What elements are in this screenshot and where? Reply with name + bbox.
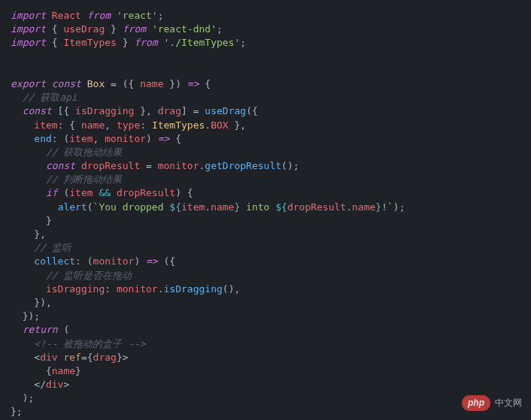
jsx-gt: >: [63, 379, 69, 390]
string: into: [240, 201, 275, 213]
punct: ): [146, 133, 158, 144]
jsx-gt: >: [123, 352, 129, 363]
string: 'react': [117, 10, 158, 21]
punct: }: [75, 365, 81, 376]
comment: // 监听是否在拖动: [46, 270, 132, 281]
punct: ;: [158, 10, 164, 21]
punct: ,: [93, 133, 105, 144]
punct: {: [87, 352, 93, 363]
punct: ] =: [181, 105, 205, 116]
prop-fn: collect: [34, 255, 75, 267]
punct: }: [117, 352, 123, 363]
kw-from: from: [87, 10, 111, 21]
punct: (),: [223, 283, 240, 295]
arrow: =>: [187, 78, 199, 89]
fn-call: getDropResult: [205, 160, 281, 171]
ident: monitor: [158, 160, 199, 171]
kw-from: from: [134, 37, 157, 48]
punct: }),: [34, 297, 51, 308]
punct: );: [393, 201, 405, 213]
punct: },: [134, 105, 157, 116]
kw-import: import: [11, 23, 46, 35]
ident: drag: [93, 352, 117, 363]
punct: ) {: [175, 187, 193, 198]
ident: item: [69, 187, 93, 198]
ident: drag: [158, 105, 181, 116]
punct: {: [52, 37, 64, 48]
punct: : (: [52, 133, 69, 144]
punct: {: [199, 78, 211, 89]
ident: dropResult: [117, 187, 175, 198]
fn-call: alert: [58, 201, 87, 213]
ident: ItemTypes: [63, 37, 116, 48]
kw-export: export: [11, 78, 46, 89]
punct: (: [87, 201, 93, 213]
comment: // 获取api: [23, 92, 77, 103]
punct: {: [52, 23, 64, 35]
string: !`: [381, 201, 393, 213]
jsx-tag: div: [40, 352, 57, 363]
kw-const: const: [23, 105, 52, 116]
type: Box: [87, 78, 105, 89]
punct: }: [117, 37, 129, 48]
punct: ({: [246, 105, 258, 116]
jsx-attr: ref: [63, 352, 80, 363]
comment: <!-- 被拖动的盒子 -->: [34, 338, 145, 349]
punct: );: [23, 392, 35, 403]
punct: }: [46, 215, 52, 226]
prop: name: [352, 201, 375, 213]
prop: item: [34, 119, 57, 131]
operator: &&: [93, 187, 117, 198]
comment: // 获取拖动结果: [46, 147, 122, 158]
punct: ();: [281, 160, 299, 171]
punct: [{: [52, 105, 75, 116]
ident: name: [52, 365, 75, 376]
prop: name: [81, 119, 105, 131]
kw-import: import: [11, 10, 46, 21]
param: monitor: [105, 133, 146, 144]
prop: name: [211, 201, 234, 213]
punct: : (: [75, 255, 93, 267]
punct: =: [140, 160, 157, 171]
string: './ItemTypes': [164, 37, 241, 48]
prop-fn: end: [34, 133, 51, 144]
punct: };: [11, 406, 23, 417]
prop: isDragging: [46, 283, 105, 295]
kw-const: const: [52, 78, 81, 89]
code-block: import React from 'react'; import { useD…: [0, 0, 531, 420]
param: monitor: [93, 255, 135, 267]
punct: ;: [217, 23, 223, 35]
kw-from: from: [123, 23, 146, 35]
punct: ({: [123, 78, 140, 89]
punct: },: [229, 119, 246, 131]
punct: .: [346, 201, 352, 213]
punct: : {: [58, 119, 81, 131]
punct: });: [23, 310, 40, 322]
ident: dropResult: [287, 201, 346, 213]
punct: :: [105, 283, 117, 295]
punct: :: [140, 119, 152, 131]
interp: ${: [275, 201, 287, 213]
punct: (: [58, 324, 70, 335]
fn-call: isDragging: [164, 283, 223, 295]
ident: item: [181, 201, 205, 213]
space: [75, 160, 81, 171]
punct: .: [205, 119, 211, 131]
interp: ${: [169, 201, 181, 213]
type: ItemTypes: [152, 119, 205, 131]
prop: type: [117, 119, 140, 131]
punct: .: [158, 283, 164, 295]
ident: useDrag: [63, 23, 105, 35]
param: name: [140, 78, 163, 89]
punct: }): [164, 78, 187, 89]
punct: ,: [105, 119, 117, 131]
punct: ({: [158, 255, 175, 267]
punct: {: [169, 133, 181, 144]
punct: (: [58, 187, 70, 198]
punct: {: [46, 365, 52, 376]
ident: dropResult: [81, 160, 140, 171]
interp: }: [375, 201, 381, 213]
jsx-lt: <: [34, 352, 40, 363]
kw-const: const: [46, 160, 75, 171]
string: 'react-dnd': [152, 23, 217, 35]
